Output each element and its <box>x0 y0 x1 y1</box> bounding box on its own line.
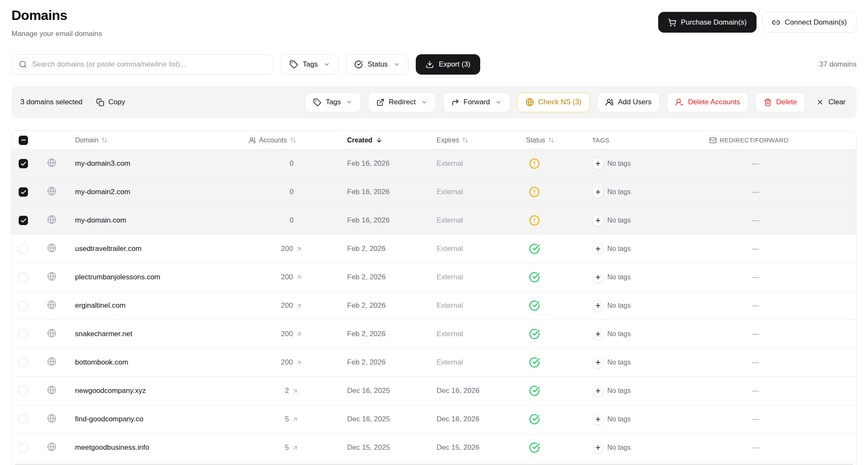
add-tag-button[interactable] <box>592 357 604 368</box>
accounts-cell[interactable]: 200 <box>245 358 338 367</box>
selection-info: 3 domains selected Copy <box>20 98 125 106</box>
domain-name[interactable]: bottombook.com <box>68 358 245 367</box>
expires-value: External <box>429 301 512 310</box>
toolbar: Tags Status Export (3) 37 domains <box>11 54 857 75</box>
column-header-domain[interactable]: Domain <box>68 136 245 144</box>
check-ns-button[interactable]: Check NS (3) <box>517 92 590 112</box>
status-filter-label: Status <box>367 60 388 69</box>
accounts-count: 0 <box>289 188 293 196</box>
delete-button[interactable]: Delete <box>755 92 805 112</box>
add-tag-button[interactable] <box>592 442 604 454</box>
row-checkbox[interactable] <box>19 244 28 253</box>
domain-name[interactable]: my-domain3.com <box>68 159 245 168</box>
accounts-cell[interactable]: 0 <box>245 159 338 168</box>
bulk-redirect-button[interactable]: Redirect <box>368 92 436 112</box>
row-checkbox[interactable] <box>19 159 28 168</box>
domain-name[interactable]: newgoodcompany.xyz <box>68 387 245 395</box>
status-ok-icon <box>529 385 540 396</box>
globe-icon <box>40 385 68 396</box>
domain-name[interactable]: snakecharmer.net <box>68 330 245 338</box>
bulk-tags-button[interactable]: Tags <box>305 92 361 112</box>
tags-cell: No tags <box>556 300 673 312</box>
status-ok-icon <box>529 272 540 283</box>
add-tag-button[interactable] <box>592 414 604 425</box>
accounts-cell[interactable]: 0 <box>245 188 338 196</box>
delete-accounts-button[interactable]: Delete Accounts <box>667 92 748 112</box>
domain-name[interactable]: erginaltinel.com <box>68 301 245 310</box>
connect-domains-button[interactable]: Connect Domain(s) <box>762 12 857 33</box>
status-cell <box>512 442 556 453</box>
arrow-up-right-icon <box>296 274 302 281</box>
row-checkbox[interactable] <box>19 329 28 339</box>
redirect-forward-value: — <box>673 358 856 367</box>
no-tags-label: No tags <box>607 387 631 395</box>
add-tag-button[interactable] <box>592 215 604 226</box>
add-tag-button[interactable] <box>592 243 604 255</box>
row-checkbox[interactable] <box>19 273 28 282</box>
add-tag-button[interactable] <box>592 187 604 198</box>
copy-button[interactable]: Copy <box>96 98 125 106</box>
sort-icon <box>101 137 108 143</box>
accounts-cell[interactable]: 5 <box>245 415 338 423</box>
row-checkbox[interactable] <box>19 415 28 424</box>
domain-name[interactable]: my-domain.com <box>68 216 245 225</box>
redirect-forward-value: — <box>673 415 856 423</box>
row-checkbox[interactable] <box>19 386 28 395</box>
row-checkbox[interactable] <box>19 187 28 197</box>
tags-cell: No tags <box>556 329 673 340</box>
clear-selection-button[interactable]: Clear <box>812 98 848 106</box>
expires-value: Dec 16, 2026 <box>429 415 512 423</box>
tags-filter-button[interactable]: Tags <box>281 54 339 75</box>
row-checkbox[interactable] <box>19 358 28 367</box>
accounts-cell[interactable]: 200 <box>245 301 338 310</box>
header-actions: Purchase Domain(s) Connect Domain(s) <box>658 12 857 33</box>
column-header-accounts[interactable]: Accounts <box>245 136 338 144</box>
status-cell <box>512 414 556 425</box>
domain-name[interactable]: find-goodcompany.co <box>68 415 245 423</box>
domain-name[interactable]: usedtraveltrailer.com <box>68 245 245 253</box>
status-ok-icon <box>529 300 540 311</box>
accounts-cell[interactable]: 200 <box>245 330 338 338</box>
domain-name[interactable]: my-domain2.com <box>68 188 245 196</box>
expires-value: Dec 16, 2026 <box>429 387 512 395</box>
row-checkbox[interactable] <box>19 443 28 452</box>
row-checkbox[interactable] <box>19 216 28 225</box>
no-tags-label: No tags <box>607 160 631 167</box>
add-tag-button[interactable] <box>592 272 604 283</box>
globe-icon <box>40 329 68 340</box>
bulk-forward-button[interactable]: Forward <box>443 92 510 112</box>
table-header: Domain Accounts Created <box>12 131 856 150</box>
row-checkbox-cell <box>12 329 40 339</box>
accounts-cell[interactable]: 5 <box>245 443 338 452</box>
status-filter-button[interactable]: Status <box>346 54 409 75</box>
page-heading: Domains Manage your email domains <box>11 8 102 38</box>
add-tag-button[interactable] <box>592 329 604 340</box>
accounts-cell[interactable]: 200 <box>245 245 338 253</box>
add-tag-button[interactable] <box>592 158 604 170</box>
add-users-button[interactable]: Add Users <box>597 92 660 112</box>
table-row: usedtraveltrailer.com 200 Feb 2, 2026 Ex… <box>12 235 856 263</box>
add-tag-button[interactable] <box>592 300 604 312</box>
select-all-checkbox[interactable] <box>19 136 28 145</box>
domain-name[interactable]: meetgoodbusiness.info <box>68 443 245 452</box>
purchase-domains-button[interactable]: Purchase Domain(s) <box>658 12 757 33</box>
accounts-cell[interactable]: 200 <box>245 273 338 281</box>
tags-filter-label: Tags <box>303 60 318 69</box>
globe-icon <box>40 215 68 226</box>
close-icon <box>816 98 824 106</box>
chevron-down-icon <box>495 99 502 106</box>
redirect-forward-value: — <box>673 301 856 310</box>
domains-table: Domain Accounts Created <box>11 131 857 465</box>
domain-name[interactable]: plectrumbanjolessons.com <box>68 273 245 281</box>
column-header-created[interactable]: Created <box>338 136 429 144</box>
search-input[interactable] <box>11 54 274 75</box>
add-tag-button[interactable] <box>592 385 604 397</box>
export-button[interactable]: Export (3) <box>416 54 480 75</box>
column-header-status[interactable]: Status <box>512 136 556 144</box>
column-header-expires[interactable]: Expires <box>429 136 512 144</box>
accounts-cell[interactable]: 2 <box>245 387 338 395</box>
accounts-cell[interactable]: 0 <box>245 216 338 225</box>
arrow-up-right-icon <box>296 303 302 309</box>
row-checkbox[interactable] <box>19 301 28 310</box>
search-wrap <box>11 54 274 75</box>
